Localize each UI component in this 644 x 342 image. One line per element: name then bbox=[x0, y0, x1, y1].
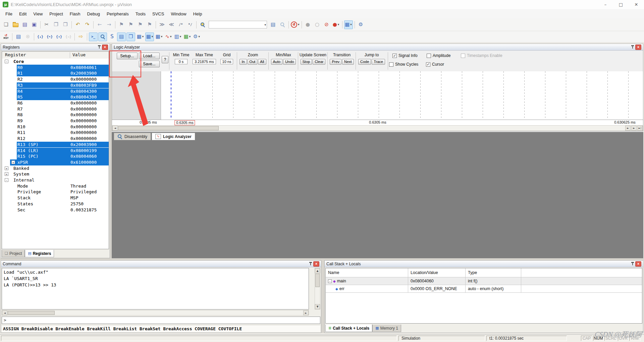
uncomment-selection-button[interactable]: */ bbox=[186, 20, 195, 29]
register-row[interactable]: R50x08004300 bbox=[2, 94, 109, 100]
reset-cpu-button[interactable]: ↺RST bbox=[2, 32, 10, 41]
tab-project[interactable]: ❏Project bbox=[2, 250, 25, 257]
checkbox-show-cycles[interactable]: Show Cycles bbox=[389, 62, 418, 67]
registers-window-button[interactable]: ▤ bbox=[117, 32, 126, 41]
undo-button[interactable]: Undo bbox=[283, 59, 296, 65]
register-row[interactable]: R60x00000000 bbox=[2, 100, 109, 106]
callstack-row[interactable]: -◆main0x08004060int f() bbox=[326, 277, 642, 285]
menu-debug[interactable]: Debug bbox=[84, 10, 103, 18]
command-vscrollbar[interactable]: ▲ ▼ bbox=[315, 268, 320, 310]
symbols-window-button[interactable]: S bbox=[108, 32, 116, 41]
trace-button[interactable]: Trace bbox=[372, 59, 385, 65]
copy-button[interactable]: ❐ bbox=[52, 20, 60, 29]
code-button[interactable]: Code bbox=[358, 59, 371, 65]
close-icon[interactable]: x bbox=[635, 45, 641, 50]
register-row[interactable]: R30x08003FB9 bbox=[2, 82, 109, 88]
register-row[interactable]: R40x08004300 bbox=[2, 88, 109, 94]
close-icon[interactable]: x bbox=[313, 261, 319, 267]
show-next-statement-button[interactable]: ▤ bbox=[14, 32, 23, 41]
toolbox-button[interactable]: ⚙▾ bbox=[192, 32, 201, 41]
register-row[interactable]: -Internal bbox=[2, 177, 109, 183]
pin-icon[interactable] bbox=[630, 45, 635, 49]
in-button[interactable]: In bbox=[239, 59, 247, 65]
logic-analyzer-plot[interactable] bbox=[112, 71, 643, 120]
minimize-button[interactable]: – bbox=[598, 0, 613, 9]
chevron-down-icon[interactable]: ▾ bbox=[198, 34, 200, 39]
scroll-down-icon[interactable]: ▼ bbox=[315, 304, 320, 309]
chevron-down-icon[interactable]: ▾ bbox=[189, 34, 191, 39]
register-row[interactable]: Sec0.00321875 bbox=[2, 207, 109, 213]
chevron-down-icon[interactable]: ▾ bbox=[298, 22, 300, 27]
expander-collapse-icon[interactable]: - bbox=[5, 178, 8, 182]
menu-project[interactable]: Project bbox=[46, 10, 66, 18]
find-button[interactable]: ▤ bbox=[269, 20, 277, 29]
new-file-button[interactable]: ❏ bbox=[2, 20, 10, 29]
close-icon[interactable]: x bbox=[635, 261, 641, 267]
scroll-right-icon[interactable]: ► bbox=[303, 311, 309, 315]
bookmark-clear-all-button[interactable]: ⚑ bbox=[145, 20, 154, 29]
disassembly-window-button[interactable] bbox=[98, 32, 107, 41]
find-in-files-button[interactable] bbox=[198, 20, 207, 29]
watch-windows-button[interactable]: ▦▾ bbox=[136, 32, 145, 41]
register-row[interactable]: R100x00000000 bbox=[2, 124, 109, 130]
checkbox-amplitude[interactable]: Amplitude bbox=[427, 53, 450, 58]
chevron-down-icon[interactable]: ▾ bbox=[142, 34, 144, 39]
register-row[interactable]: R70x00000000 bbox=[2, 106, 109, 112]
start-stop-debug-button[interactable]: d▾ bbox=[290, 20, 300, 29]
menu-help[interactable]: Help bbox=[190, 10, 206, 18]
close-button[interactable]: ✕ bbox=[629, 0, 644, 9]
menu-file[interactable]: File bbox=[2, 10, 16, 18]
paste-button[interactable]: ❒ bbox=[61, 20, 70, 29]
bookmark-next-button[interactable]: ⚑ bbox=[136, 20, 145, 29]
register-row[interactable]: R90x00000000 bbox=[2, 118, 109, 124]
chevron-down-icon[interactable]: ▾ bbox=[180, 34, 181, 39]
tab-registers[interactable]: ▤Registers bbox=[25, 250, 54, 257]
expander-expand-icon[interactable]: + bbox=[5, 172, 8, 176]
auto-button[interactable]: Auto bbox=[271, 59, 283, 65]
window-layout-button[interactable]: ▦▾ bbox=[344, 20, 353, 29]
register-row[interactable]: StackMSP bbox=[2, 195, 109, 201]
expander-expand-icon[interactable]: + bbox=[5, 166, 8, 170]
scroll-left-icon[interactable]: ◄ bbox=[112, 126, 118, 131]
tab-logic-analyzer[interactable]: ∿Logic Analyzer bbox=[152, 133, 195, 140]
pin-icon[interactable] bbox=[630, 262, 635, 266]
clear-button[interactable]: Clear bbox=[313, 59, 325, 65]
bookmark-previous-button[interactable]: ⚑ bbox=[126, 20, 135, 29]
navigate-back-button[interactable]: ← bbox=[95, 20, 104, 29]
all-button[interactable]: All bbox=[258, 59, 266, 65]
serial-windows-button[interactable]: ▦▾ bbox=[155, 32, 163, 41]
menu-view[interactable]: View bbox=[30, 10, 46, 18]
command-window-button[interactable]: >_ bbox=[89, 32, 98, 41]
chevron-down-icon[interactable]: ▾ bbox=[152, 34, 153, 39]
chevron-down-icon[interactable]: ▾ bbox=[161, 34, 163, 39]
redo-button[interactable]: ↷ bbox=[83, 20, 92, 29]
chevron-down-icon[interactable]: ▾ bbox=[264, 23, 266, 26]
maximize-button[interactable]: □ bbox=[613, 0, 629, 9]
checkbox-cursor[interactable]: ✓Cursor bbox=[426, 62, 444, 67]
register-row[interactable]: +Banked bbox=[2, 165, 109, 172]
register-row[interactable]: +xPSR0x61000000 bbox=[2, 159, 109, 165]
checkbox-icon[interactable] bbox=[427, 54, 431, 58]
next-button[interactable]: Next bbox=[342, 59, 354, 65]
register-row[interactable]: R80x00000000 bbox=[2, 112, 109, 118]
pin-icon[interactable] bbox=[97, 45, 101, 49]
register-row[interactable]: R00x08004061 bbox=[2, 65, 109, 71]
expander-expand-icon[interactable]: + bbox=[11, 160, 15, 164]
comment-selection-button[interactable]: /* bbox=[176, 20, 185, 29]
insert-remove-breakpoint-button[interactable]: ● bbox=[304, 20, 312, 29]
menu-peripherals[interactable]: Peripherals bbox=[103, 10, 132, 18]
scroll-left-icon[interactable]: ◄ bbox=[2, 311, 7, 315]
prev-button[interactable]: Prev bbox=[330, 59, 341, 65]
jump-end-icon[interactable]: ►| bbox=[637, 126, 643, 131]
register-row[interactable]: R20x00000000 bbox=[2, 76, 109, 82]
step-over-button[interactable]: {↷} bbox=[45, 32, 54, 41]
register-row[interactable]: States25750 bbox=[2, 201, 109, 207]
register-row[interactable]: R15 (PC)0x08004060 bbox=[2, 153, 109, 159]
cursor-line[interactable] bbox=[171, 71, 171, 120]
menu-svcs[interactable]: SVCS bbox=[149, 10, 167, 18]
tab-disassembly[interactable]: Disassembly bbox=[114, 133, 151, 140]
register-row[interactable]: R120x00000000 bbox=[2, 136, 109, 142]
register-row[interactable]: ModeThread bbox=[2, 183, 109, 189]
help-button[interactable]: ? bbox=[162, 56, 168, 63]
scroll-right-icon[interactable]: ► bbox=[625, 126, 631, 131]
